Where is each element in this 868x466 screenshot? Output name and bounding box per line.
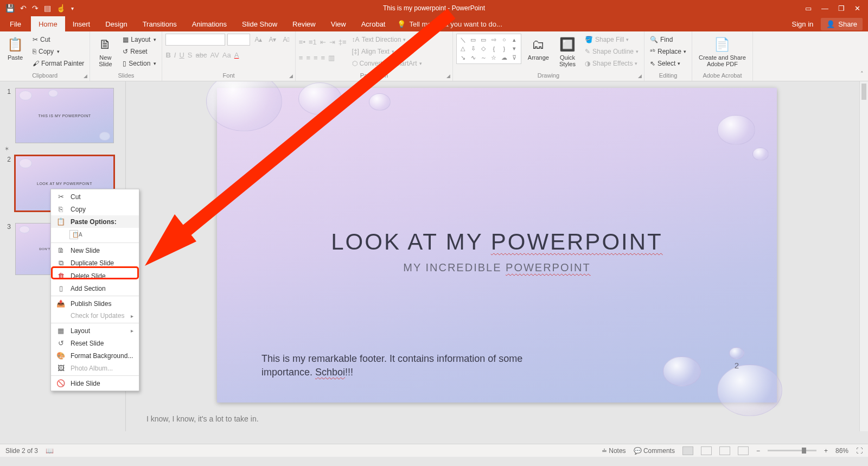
- tab-transitions[interactable]: Transitions: [135, 16, 184, 31]
- tab-design[interactable]: Design: [98, 16, 135, 31]
- slide-subtitle[interactable]: MY INCREDIBLE POWERPOINT: [217, 261, 777, 274]
- slide-title[interactable]: LOOK AT MY POWERPOINT: [217, 229, 777, 255]
- find-button[interactable]: 🔍Find: [648, 35, 688, 44]
- ctx-new-slide[interactable]: 🗎New Slide: [51, 244, 139, 257]
- replace-button[interactable]: ᵃᵇReplace▾: [648, 47, 688, 56]
- bold-button[interactable]: B: [165, 51, 170, 59]
- touch-mode-icon[interactable]: ☝: [56, 4, 66, 12]
- align-text-button[interactable]: [‡]Align Text▾: [350, 47, 424, 56]
- shape-fill-button[interactable]: 🪣Shape Fill▾: [583, 35, 641, 44]
- tab-file[interactable]: File: [0, 16, 31, 31]
- zoom-in-button[interactable]: +: [824, 447, 828, 455]
- notes-toggle[interactable]: ≐ Notes: [602, 447, 626, 455]
- increase-font-icon[interactable]: A▴: [252, 35, 264, 44]
- line-shape-icon[interactable]: ＼: [458, 35, 468, 44]
- clear-formatting-icon[interactable]: A⃠: [280, 35, 291, 44]
- tab-animations[interactable]: Animations: [184, 16, 234, 31]
- slide-sorter-view-button[interactable]: [701, 446, 712, 455]
- line-spacing-button[interactable]: ‡≡: [339, 38, 347, 46]
- shape-effects-button[interactable]: ◑Shape Effects▾: [583, 59, 641, 68]
- layout-button[interactable]: ▦Layout▾: [120, 35, 158, 44]
- notes-pane[interactable]: I know, I know, it's a lot to take in.: [137, 409, 812, 429]
- decrease-font-icon[interactable]: A▾: [266, 35, 278, 44]
- callout-shape-icon[interactable]: ☁: [499, 53, 509, 62]
- italic-button[interactable]: I: [174, 51, 176, 59]
- font-family-combo[interactable]: [165, 34, 225, 46]
- align-center-button[interactable]: ≡: [306, 54, 310, 62]
- tab-review[interactable]: Review: [285, 16, 323, 31]
- tab-home[interactable]: Home: [31, 16, 65, 31]
- zoom-out-button[interactable]: −: [756, 447, 760, 455]
- tab-view[interactable]: View: [323, 16, 354, 31]
- curve-shape-icon[interactable]: ∿: [468, 53, 478, 62]
- clipboard-dialog-launcher[interactable]: ◢: [84, 73, 87, 79]
- shapes-gallery[interactable]: ＼▭▭⇨○▴ △⇩◇{}▾ ↘∿～☆☁⊽: [456, 34, 521, 64]
- slide-canvas[interactable]: LOOK AT MY POWERPOINT MY INCREDIBLE POWE…: [217, 88, 777, 403]
- tab-insert[interactable]: Insert: [65, 16, 98, 31]
- justify-button[interactable]: ≡: [321, 54, 326, 62]
- ctx-format-background[interactable]: 🎨Format Background...: [51, 349, 139, 362]
- ctx-add-section[interactable]: ▯Add Section: [51, 282, 139, 295]
- normal-view-button[interactable]: [682, 446, 693, 455]
- minimize-icon[interactable]: —: [821, 4, 828, 12]
- gallery-down-icon[interactable]: ▾: [509, 44, 520, 54]
- font-dialog-launcher[interactable]: ◢: [289, 73, 293, 79]
- reset-button[interactable]: ↺Reset: [120, 47, 158, 56]
- start-from-beginning-icon[interactable]: ▤: [44, 4, 51, 12]
- text-direction-button[interactable]: ↕AText Direction▾: [350, 35, 424, 44]
- bullets-button[interactable]: ≡•: [299, 38, 305, 46]
- tab-slideshow[interactable]: Slide Show: [234, 16, 285, 31]
- star-shape-icon[interactable]: ☆: [489, 53, 499, 62]
- columns-button[interactable]: ▥: [328, 54, 335, 62]
- create-share-pdf-button[interactable]: 📄 Create and Share Adobe PDF: [695, 34, 749, 72]
- circle-shape-icon[interactable]: ○: [499, 35, 509, 44]
- slideshow-view-button[interactable]: [738, 446, 749, 455]
- underline-button[interactable]: U: [179, 51, 184, 59]
- ctx-layout[interactable]: ▦Layout▸: [51, 324, 139, 337]
- cut-button[interactable]: ✂Cut: [30, 35, 86, 44]
- ctx-hide-slide[interactable]: 🚫Hide Slide: [51, 377, 139, 390]
- brace-shape-icon[interactable]: }: [499, 44, 509, 54]
- scribble-shape-icon[interactable]: ～: [478, 53, 489, 62]
- save-icon[interactable]: 💾: [5, 4, 15, 12]
- ctx-reset-slide[interactable]: ↺Reset Slide: [51, 337, 139, 349]
- arrange-button[interactable]: 🗂 Arrange: [525, 34, 552, 72]
- slide-footer-text[interactable]: This is my remarkable footer. It contain…: [261, 352, 565, 379]
- align-right-button[interactable]: ≡: [314, 54, 318, 62]
- ctx-duplicate-slide[interactable]: ⧉Duplicate Slide: [51, 257, 139, 270]
- close-icon[interactable]: ✕: [854, 4, 860, 12]
- rect-shape-icon[interactable]: ▭: [468, 35, 478, 44]
- copy-button[interactable]: ⎘Copy▾: [30, 47, 86, 56]
- triangle-shape-icon[interactable]: △: [458, 44, 468, 54]
- slide-counter[interactable]: Slide 2 of 3: [5, 447, 38, 455]
- connector-shape-icon[interactable]: ↘: [458, 53, 468, 62]
- comments-toggle[interactable]: 💬 Comments: [634, 447, 675, 455]
- ctx-publish-slides[interactable]: 📤Publish Slides: [51, 297, 139, 310]
- decrease-indent-button[interactable]: ⇤: [320, 38, 326, 46]
- reading-view-button[interactable]: [719, 446, 730, 455]
- font-size-combo[interactable]: [227, 34, 250, 46]
- arrow-shape-icon[interactable]: ⇩: [468, 44, 478, 54]
- rect-shape-icon[interactable]: ▭: [478, 35, 489, 44]
- diamond-shape-icon[interactable]: ◇: [478, 44, 489, 54]
- ctx-delete-slide[interactable]: 🗑Delete Slide: [51, 270, 139, 282]
- scroll-thumb[interactable]: [861, 84, 866, 100]
- sign-in-link[interactable]: Sign in: [792, 20, 814, 28]
- section-button[interactable]: ▯Section▾: [120, 59, 158, 68]
- maximize-icon[interactable]: ❐: [838, 4, 845, 12]
- drawing-dialog-launcher[interactable]: ◢: [638, 73, 642, 79]
- strikethrough-button[interactable]: abc: [195, 51, 207, 59]
- numbering-button[interactable]: ≡1: [309, 38, 317, 46]
- ctx-copy[interactable]: ⎘Copy: [51, 203, 139, 215]
- quick-styles-button[interactable]: 🔲 Quick Styles: [556, 34, 579, 72]
- zoom-level[interactable]: 86%: [835, 447, 848, 455]
- vertical-scrollbar[interactable]: [859, 81, 868, 431]
- arrow-shape-icon[interactable]: ⇨: [489, 35, 499, 44]
- paragraph-dialog-launcher[interactable]: ◢: [446, 73, 450, 79]
- gallery-more-icon[interactable]: ⊽: [509, 53, 520, 62]
- shadow-button[interactable]: S: [188, 51, 193, 59]
- fit-to-window-button[interactable]: ⛶: [856, 447, 863, 455]
- collapse-ribbon-icon[interactable]: ˄: [860, 71, 864, 78]
- shape-outline-button[interactable]: ✎Shape Outline▾: [583, 47, 641, 56]
- select-button[interactable]: ⇖Select▾: [648, 59, 688, 68]
